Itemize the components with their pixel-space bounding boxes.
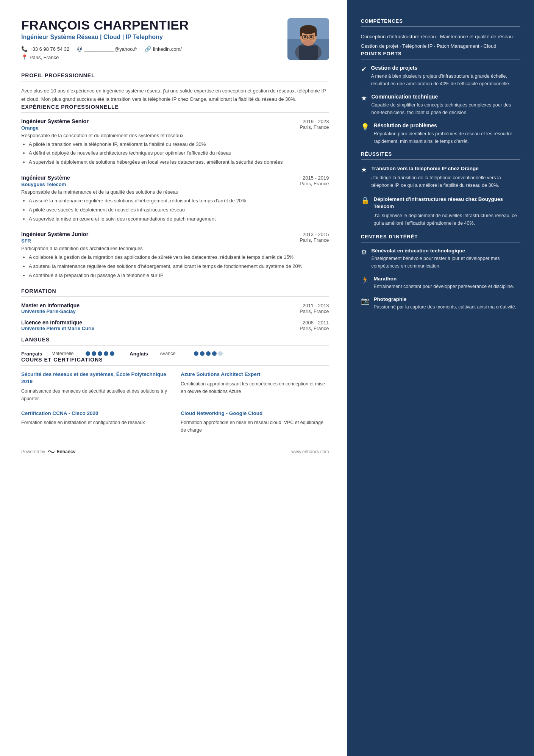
exp-dates-3: 2013 - 2015	[303, 232, 329, 237]
footer-website: www.enhancv.com	[291, 449, 329, 454]
exp-location-row-2: Bouygues Telecom Paris, France	[21, 181, 329, 187]
svg-rect-6	[300, 30, 302, 36]
ru-title-2: Déploiement d'infrastructures réseau che…	[374, 196, 521, 210]
phone-number: +33 6 98 76 54 32	[30, 46, 69, 52]
run-icon: 🏃	[361, 276, 369, 290]
pf-content-3: Résolution de problèmes Réputation pour …	[374, 122, 521, 145]
cert-title-1: Sécurité des réseaux et des systèmes, Éc…	[21, 371, 169, 385]
lang-name-2: Anglais	[130, 351, 156, 357]
cert-item-2: Azure Solutions Architect Expert Certifi…	[181, 371, 329, 402]
formation-section: FORMATION Master en Informatique 2011 - …	[21, 288, 329, 331]
exp-entry-2: Ingénieur Système 2015 - 2019 Bouygues T…	[21, 175, 329, 223]
star-icon-2: ★	[361, 166, 367, 189]
ru-content-2: Déploiement d'infrastructures réseau che…	[374, 196, 521, 227]
reussite-1: ★ Transition vers la téléphonie IP chez …	[361, 165, 521, 189]
dot	[206, 351, 211, 356]
svg-rect-3	[299, 45, 318, 60]
certifications-section: COURS ET CERTIFICATIONS Sécurité des rés…	[21, 357, 329, 434]
lock-icon: 🔒	[361, 196, 369, 227]
pf-desc-1: A mené à bien plusieurs projets d'infras…	[371, 72, 521, 88]
lang-level-1: Maternelle	[52, 351, 82, 356]
edu-degree-2: Licence en Informatique	[21, 319, 82, 326]
langues-section: LANGUES Français Maternelle Anglais Ava	[21, 337, 329, 357]
location-row: 📍 Paris, France	[21, 54, 287, 60]
langues-section-title: LANGUES	[21, 337, 329, 346]
int-content-3: Photographie Passionné par la capture de…	[374, 296, 517, 311]
ru-desc-2: J'ai supervisé le déploiement de nouvell…	[374, 212, 521, 227]
int-desc-1: Enseignement bénévole pour rester à jour…	[372, 255, 521, 270]
dot	[194, 351, 198, 356]
dot	[104, 351, 108, 356]
interets-section: CENTRES D'INTÉRÊT ⚙ Bénévolat en éducati…	[361, 234, 521, 311]
exp-bullet: A défini et déployé de nouvelles archite…	[29, 149, 329, 157]
exp-dates-2: 2015 - 2019	[303, 175, 329, 181]
cert-item-1: Sécurité des réseaux et des systèmes, Éc…	[21, 371, 169, 402]
points-forts-section: POINTS FORTS ✔ Gestion de projets A mené…	[361, 51, 521, 145]
exp-header-1: Ingénieur Système Senior 2019 - 2023	[21, 118, 329, 124]
int-content-2: Marathon Entraînement constant pour déve…	[374, 276, 514, 290]
gear-icon: ⚙	[361, 248, 367, 270]
lang-dots-1	[86, 351, 114, 356]
pf-item-2: ★ Communication technique Capable de sim…	[361, 94, 521, 116]
reussite-2: 🔒 Déploiement d'infrastructures réseau c…	[361, 196, 521, 227]
interets-section-title: CENTRES D'INTÉRÊT	[361, 234, 521, 243]
reussites-section-title: RÉUSSITES	[361, 151, 521, 160]
phone-item: 📞 +33 6 98 76 54 32	[21, 46, 69, 52]
linkedin-item: 🔗 linkedin.com/	[145, 46, 182, 52]
exp-bullet: A supervisé le déploiement de solutions …	[29, 158, 329, 166]
exp-bullet: A collaboré à la gestion de la migration…	[29, 254, 329, 261]
cert-title-4: Cloud Networking - Google Cloud	[181, 410, 329, 417]
lang-level-2: Avancé	[160, 351, 190, 356]
lightbulb-icon: 💡	[361, 123, 369, 145]
lang-dots-2	[194, 351, 223, 356]
enhancv-brand-name: Enhancv	[56, 449, 75, 454]
edu-school-2: Université Pierre et Marie Curie	[21, 326, 94, 331]
photo-box	[287, 18, 329, 60]
profile-section-title: PROFIL PROFESSIONNEL	[21, 72, 329, 81]
exp-desc-2: Responsable de la maintenance et de la q…	[21, 189, 329, 195]
exp-dates-1: 2019 - 2023	[303, 119, 329, 124]
ru-title-1: Transition vers la téléphonie IP chez Or…	[372, 165, 521, 172]
email-item: @ ___________@yahoo.fr	[77, 46, 137, 52]
svg-point-11	[304, 36, 306, 38]
exp-bullet: A piloté avec succès le déploiement de n…	[29, 206, 329, 214]
exp-bullet: A supervisé la mise en œuvre et le suivi…	[29, 215, 329, 223]
exp-entry-3: Ingénieur Système Junior 2013 - 2015 SFR…	[21, 231, 329, 279]
exp-location-row-1: Orange Paris, France	[21, 124, 329, 131]
lang-item-francais: Français Maternelle	[21, 351, 114, 357]
competences-text: Conception d'infrastructure réseau · Mai…	[361, 32, 521, 51]
pf-item-3: 💡 Résolution de problèmes Réputation pou…	[361, 122, 521, 145]
edu-entry-2: Licence en Informatique 2008 - 2011 Univ…	[21, 319, 329, 331]
cert-desc-2: Certification approfondissant les compét…	[181, 380, 329, 395]
exp-loc-2: Paris, France	[300, 181, 329, 187]
svg-point-12	[310, 36, 312, 38]
cert-title-3: Certification CCNA - Cisco 2020	[21, 410, 169, 417]
email-address: ___________@yahoo.fr	[84, 46, 137, 52]
exp-desc-1: Responsable de la conception et du déplo…	[21, 133, 329, 138]
exp-entry-1: Ingénieur Système Senior 2019 - 2023 Ora…	[21, 118, 329, 166]
candidate-name: FRANÇOIS CHARPENTIER	[21, 18, 287, 32]
exp-loc-1: Paris, France	[300, 124, 329, 131]
ru-content-1: Transition vers la téléphonie IP chez Or…	[372, 165, 521, 189]
right-column: COMPÉTENCES Conception d'infrastructure …	[347, 0, 534, 756]
exp-bullets-3: A collaboré à la gestion de la migration…	[21, 254, 329, 279]
exp-header-3: Ingénieur Système Junior 2013 - 2015	[21, 231, 329, 237]
ru-desc-1: J'ai dirigé la transition de la téléphon…	[372, 174, 521, 189]
exp-bullet: A assuré la maintenance régulière des so…	[29, 197, 329, 205]
int-desc-3: Passionné par la capture des moments, cu…	[374, 303, 517, 311]
enhancv-logo-icon	[47, 449, 55, 454]
interet-3: 📷 Photographie Passionné par la capture …	[361, 296, 521, 311]
cert-desc-4: Formation approfondie en mise en réseau …	[181, 419, 329, 434]
linkedin-url: linkedin.com/	[153, 46, 182, 52]
cert-grid: Sécurité des réseaux et des systèmes, Éc…	[21, 371, 329, 434]
checkmark-icon: ✔	[361, 65, 367, 88]
lang-name-1: Français	[21, 351, 48, 357]
exp-desc-3: Participation à la définition des archit…	[21, 246, 329, 251]
pf-content-2: Communication technique Capable de simpl…	[372, 94, 521, 116]
profile-text: Avec plus de 10 ans d'expérience en ingé…	[21, 87, 329, 103]
exp-location-row-3: SFR Paris, France	[21, 237, 329, 244]
edu-location-row-1: Université Paris-Saclay Paris, France	[21, 308, 329, 314]
competences-section: COMPÉTENCES Conception d'infrastructure …	[361, 18, 521, 51]
lang-row: Français Maternelle Anglais Avancé	[21, 351, 329, 357]
exp-bullet: A soutenu la maintenance régulière des s…	[29, 263, 329, 271]
